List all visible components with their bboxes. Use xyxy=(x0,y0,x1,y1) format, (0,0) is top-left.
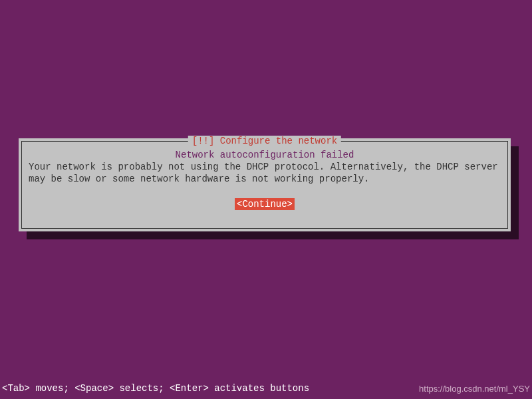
watermark-text: https://blog.csdn.net/ml_YSY xyxy=(419,384,530,394)
dialog-subtitle: Network autoconfiguration failed xyxy=(27,150,502,160)
status-bar: <Tab> moves; <Space> selects; <Enter> ac… xyxy=(2,383,530,394)
continue-button[interactable]: <Continue> xyxy=(235,198,295,210)
dialog-container: [!!] Configure the network Network autoc… xyxy=(19,138,511,231)
keyboard-help-text: <Tab> moves; <Space> selects; <Enter> ac… xyxy=(2,383,309,394)
dialog-title: [!!] Configure the network xyxy=(188,136,341,146)
button-row: <Continue> xyxy=(27,198,502,210)
dialog-message: Your network is probably not using the D… xyxy=(27,162,502,185)
dialog-frame: [!!] Configure the network Network autoc… xyxy=(21,141,508,229)
